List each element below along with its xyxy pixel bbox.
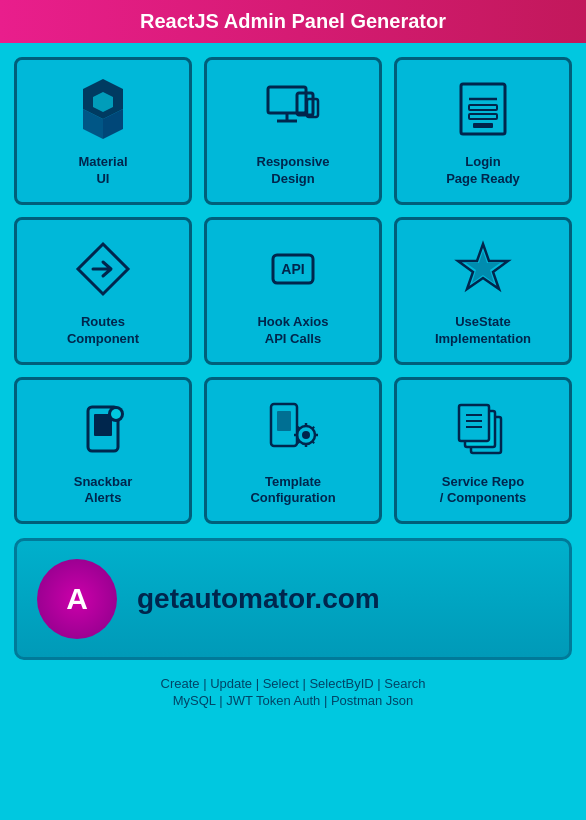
card-routes-component[interactable]: RoutesComponent [14, 217, 192, 365]
svg-point-24 [111, 409, 121, 419]
service-icon [448, 394, 518, 464]
template-icon [258, 394, 328, 464]
api-icon: API [258, 234, 328, 304]
snackbar-icon [68, 394, 138, 464]
card-template-config[interactable]: TemplateConfiguration [204, 377, 382, 525]
svg-rect-15 [473, 123, 493, 128]
card-usestate-label: UseStateImplementation [435, 314, 531, 348]
svg-text:API: API [281, 261, 304, 277]
card-material-ui-label: MaterialUI [78, 154, 127, 188]
footer-line2: MySQL | JWT Token Auth | Postman Json [0, 693, 586, 708]
app-title: ReactJS Admin Panel Generator [140, 10, 446, 32]
svg-rect-26 [277, 411, 291, 431]
card-login-page-ready[interactable]: LoginPage Ready [394, 57, 572, 205]
app-header: ReactJS Admin Panel Generator [0, 0, 586, 43]
responsive-icon [258, 74, 328, 144]
card-responsive-label: ResponsiveDesign [257, 154, 330, 188]
card-responsive-design[interactable]: ResponsiveDesign [204, 57, 382, 205]
card-usestate[interactable]: UseStateImplementation [394, 217, 572, 365]
svg-text:A: A [66, 582, 88, 615]
card-routes-label: RoutesComponent [67, 314, 139, 348]
svg-point-28 [302, 431, 310, 439]
routes-icon [68, 234, 138, 304]
automator-logo: A [37, 559, 117, 639]
svg-rect-39 [459, 405, 489, 441]
card-snackbar-alerts[interactable]: SnackbarAlerts [14, 377, 192, 525]
card-service-label: Service Repo/ Components [440, 474, 527, 508]
footer: Create | Update | Select | SelectByID | … [0, 670, 586, 712]
promo-banner[interactable]: A getautomator.com [14, 538, 572, 660]
card-hook-axios-label: Hook AxiosAPI Calls [257, 314, 328, 348]
footer-line1: Create | Update | Select | SelectByID | … [0, 676, 586, 691]
material-ui-icon [68, 74, 138, 144]
svg-point-10 [311, 114, 313, 116]
svg-rect-4 [268, 87, 306, 113]
card-service-repo[interactable]: Service Repo/ Components [394, 377, 572, 525]
card-login-label: LoginPage Ready [446, 154, 520, 188]
card-template-label: TemplateConfiguration [250, 474, 335, 508]
card-snackbar-label: SnackbarAlerts [74, 474, 133, 508]
promo-url: getautomator.com [137, 583, 380, 615]
usestate-icon [448, 234, 518, 304]
svg-rect-14 [469, 114, 497, 119]
card-hook-axios[interactable]: API Hook AxiosAPI Calls [204, 217, 382, 365]
card-grid: MaterialUI ResponsiveDesign [0, 43, 586, 538]
svg-rect-13 [469, 105, 497, 110]
card-material-ui[interactable]: MaterialUI [14, 57, 192, 205]
login-icon [448, 74, 518, 144]
